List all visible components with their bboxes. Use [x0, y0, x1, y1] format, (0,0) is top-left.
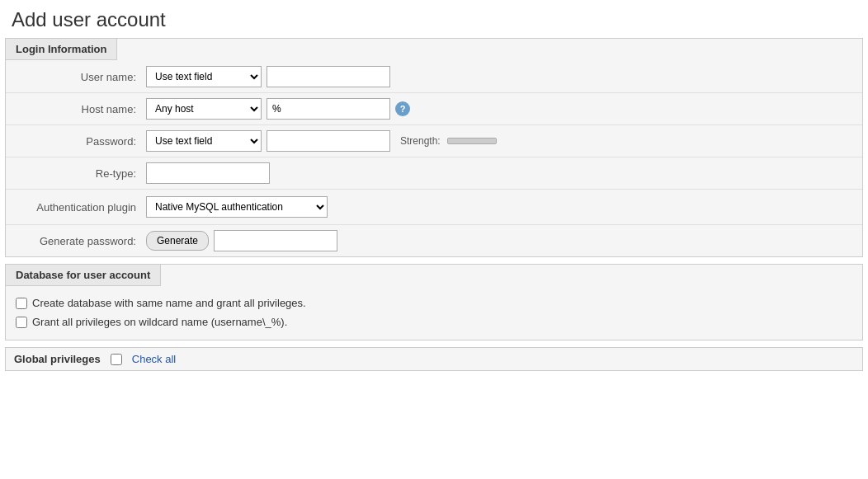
- database-section: Database for user account Create databas…: [5, 264, 863, 340]
- password-row: Password: Use text fieldNo password Stre…: [6, 125, 862, 157]
- global-privileges-label: Global privileges: [14, 353, 101, 365]
- auth-plugin-controls: Native MySQL authenticationSHA256 passwo…: [146, 196, 328, 218]
- retype-row: Re-type:: [6, 157, 862, 190]
- auth-plugin-label: Authentication plugin: [14, 201, 146, 214]
- database-section-body: Create database with same name and grant…: [6, 287, 862, 340]
- create-db-row: Create database with same name and grant…: [16, 294, 852, 312]
- check-all-checkbox[interactable]: [111, 354, 122, 365]
- wildcard-priv-label: Grant all privileges on wildcard name (u…: [32, 316, 287, 328]
- database-section-header[interactable]: Database for user account: [5, 264, 161, 286]
- hostname-label: Host name:: [14, 103, 146, 115]
- login-information-section: Login Information User name: Use text fi…: [5, 38, 863, 257]
- global-privileges-section: Global privileges Check all: [5, 347, 863, 371]
- hostname-row: Host name: Any hostLocalhostUse text fie…: [6, 93, 862, 125]
- username-type-select[interactable]: Use text fieldAny user: [146, 66, 262, 87]
- create-db-label: Create database with same name and grant…: [32, 297, 306, 309]
- hostname-controls: Any hostLocalhostUse text field ?: [146, 98, 410, 120]
- password-input[interactable]: [267, 130, 390, 152]
- retype-input[interactable]: [146, 162, 270, 184]
- retype-label: Re-type:: [14, 167, 146, 180]
- username-controls: Use text fieldAny user: [146, 66, 390, 87]
- username-input[interactable]: [267, 66, 390, 87]
- password-controls: Use text fieldNo password Strength:: [146, 130, 497, 152]
- generate-password-row: Generate password: Generate: [6, 225, 862, 256]
- username-label: User name:: [14, 71, 146, 83]
- password-label: Password:: [14, 135, 146, 148]
- hostname-type-select[interactable]: Any hostLocalhostUse text field: [146, 98, 262, 120]
- auth-plugin-select[interactable]: Native MySQL authenticationSHA256 passwo…: [146, 196, 328, 218]
- create-db-checkbox[interactable]: [16, 298, 27, 309]
- generate-button[interactable]: Generate: [146, 231, 209, 251]
- auth-plugin-row: Authentication plugin Native MySQL authe…: [6, 190, 862, 225]
- strength-bar: [447, 138, 497, 144]
- global-privileges-header: Global privileges Check all: [6, 348, 862, 370]
- login-information-header[interactable]: Login Information: [5, 38, 117, 60]
- hostname-info-icon[interactable]: ?: [395, 101, 410, 116]
- strength-label: Strength:: [400, 135, 441, 147]
- hostname-input[interactable]: [267, 98, 390, 120]
- generated-password-input[interactable]: [214, 230, 337, 251]
- wildcard-priv-row: Grant all privileges on wildcard name (u…: [16, 312, 852, 331]
- retype-controls: [146, 162, 270, 184]
- page-title: Add user account: [0, 0, 868, 38]
- check-all-link[interactable]: Check all: [132, 353, 176, 365]
- generate-password-controls: Generate: [146, 230, 337, 251]
- wildcard-priv-checkbox[interactable]: [16, 317, 27, 328]
- password-type-select[interactable]: Use text fieldNo password: [146, 130, 262, 152]
- username-row: User name: Use text fieldAny user: [6, 61, 862, 93]
- generate-password-label: Generate password:: [14, 235, 146, 247]
